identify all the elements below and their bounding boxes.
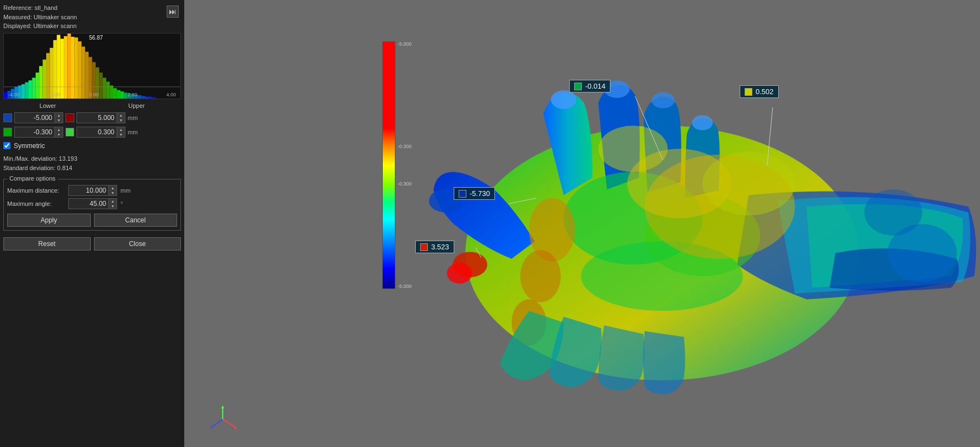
range1-left-input-group[interactable]: ▲ ▼ (14, 112, 63, 123)
reference-label: Reference: stl_hand (3, 3, 181, 13)
range1-left-up[interactable]: ▲ (55, 113, 63, 118)
svg-point-57 (520, 250, 561, 302)
max-angle-unit: ° (120, 200, 134, 207)
svg-point-55 (702, 152, 795, 216)
range2-right-down[interactable]: ▼ (117, 132, 125, 137)
symmetric-label: Symmetric (14, 142, 45, 150)
axis-indicator (206, 403, 239, 436)
apply-button[interactable]: Apply (7, 214, 91, 227)
range2-left-up[interactable]: ▲ (55, 127, 63, 132)
reset-button[interactable]: Reset (3, 237, 91, 250)
max-distance-down[interactable]: ▼ (109, 190, 117, 195)
svg-rect-15 (57, 35, 60, 99)
range1-left-color (3, 113, 12, 122)
max-angle-label: Maximum angle: (7, 200, 65, 207)
ann3-color (459, 190, 466, 198)
range1-left-down[interactable]: ▼ (55, 118, 63, 123)
range1-left-input[interactable] (15, 113, 54, 123)
min-max-stat: Min./Max. deviation: 13.193 (3, 154, 181, 164)
svg-rect-18 (68, 34, 71, 99)
stats-section: Min./Max. deviation: 13.193 Standard dev… (3, 154, 181, 173)
max-distance-unit: mm (120, 187, 134, 194)
close-button[interactable]: Close (94, 237, 181, 250)
range2-left-spinner[interactable]: ▲ ▼ (54, 127, 63, 137)
ann1-value: -0.014 (585, 82, 605, 90)
range1-right-input[interactable] (77, 113, 117, 123)
max-angle-input-group[interactable]: ▲ ▼ (68, 198, 117, 209)
std-dev-stat: Standard deviation: 0.814 (3, 163, 181, 173)
skip-button[interactable]: ⏭ (167, 6, 179, 18)
upper-label: Upper (128, 102, 145, 109)
range1-right-spinner[interactable]: ▲ ▼ (117, 113, 125, 123)
svg-rect-16 (60, 39, 64, 99)
annotation-box-4: 3.523 (415, 241, 454, 253)
range2-right-input-group[interactable]: ▲ ▼ (76, 127, 125, 138)
range2-unit: mm (128, 129, 141, 135)
max-distance-up[interactable]: ▲ (109, 186, 117, 190)
hist-axis-labels: -4.00 -2.00 0.00 2.00 4.00 (4, 92, 180, 97)
svg-rect-17 (64, 36, 67, 98)
max-distance-spinner[interactable]: ▲ ▼ (108, 186, 117, 195)
max-angle-input[interactable] (69, 199, 108, 209)
max-angle-down[interactable]: ▼ (109, 204, 117, 209)
histogram-svg (4, 34, 180, 99)
left-panel: Reference: stl_hand Measured: Ultimaker … (0, 0, 184, 447)
range1-right-input-group[interactable]: ▲ ▼ (76, 112, 125, 123)
apply-cancel-row: Apply Cancel (7, 214, 177, 227)
max-distance-label: Maximum distance: (7, 187, 65, 194)
svg-rect-19 (71, 36, 74, 98)
annotation-box-3: -5.730 (454, 187, 495, 200)
range2-right-color (65, 128, 74, 137)
range2-left-input[interactable] (15, 127, 54, 137)
range1-right-color (65, 113, 74, 122)
svg-marker-71 (221, 406, 224, 408)
ann4-color (420, 243, 428, 251)
ann4-value: 3.523 (431, 243, 449, 251)
range2-right-up[interactable]: ▲ (117, 127, 125, 132)
annotation-box-2: 0.502 (740, 85, 779, 98)
max-angle-up[interactable]: ▲ (109, 199, 117, 204)
axis-svg (206, 403, 239, 436)
svg-point-60 (447, 263, 472, 284)
displayed-label: Displayed: Ultimaker scann (3, 21, 181, 31)
ann3-value: -5.730 (470, 189, 490, 198)
measured-label: Measured: Ultimaker scann (3, 13, 181, 22)
svg-rect-21 (78, 41, 81, 99)
ann1-color (574, 83, 582, 90)
max-distance-input[interactable] (69, 186, 108, 195)
range1-right-down[interactable]: ▼ (117, 118, 125, 123)
range1-unit: mm (128, 115, 141, 121)
svg-point-47 (652, 92, 675, 108)
hist-peak-label: 56.87 (89, 35, 103, 41)
histogram-area: 56.87 (3, 33, 181, 99)
ann2-color (745, 88, 752, 96)
reset-close-row: Reset Close (3, 237, 181, 250)
svg-point-48 (692, 115, 713, 130)
range2-left-down[interactable]: ▼ (55, 132, 63, 137)
range2-left-color (3, 128, 12, 137)
range2-right-input[interactable] (77, 127, 117, 137)
annotation-box-1: -0.014 (569, 80, 610, 92)
range1-left-spinner[interactable]: ▲ ▼ (54, 113, 63, 123)
range-row-2: ▲ ▼ ▲ ▼ mm (3, 127, 181, 138)
compare-options-group: Compare options Maximum distance: ▲ ▼ mm… (3, 179, 181, 231)
ann2-value: 0.502 (756, 88, 774, 96)
range-row-1: ▲ ▼ ▲ ▼ mm (3, 112, 181, 123)
svg-point-45 (551, 90, 576, 109)
range1-right-up[interactable]: ▲ (117, 113, 125, 118)
max-distance-input-group[interactable]: ▲ ▼ (68, 185, 117, 196)
main-3d-view[interactable]: -5.000 -0.300 -0.300 -5.000 (184, 0, 980, 447)
range2-right-spinner[interactable]: ▲ ▼ (117, 127, 125, 137)
max-angle-spinner[interactable]: ▲ ▼ (108, 199, 117, 209)
hand-3d-svg (228, 33, 980, 438)
compare-options-title: Compare options (7, 175, 58, 182)
svg-point-63 (865, 189, 922, 236)
info-header: Reference: stl_hand Measured: Ultimaker … (3, 3, 181, 31)
cancel-button[interactable]: Cancel (94, 214, 178, 227)
svg-rect-20 (74, 37, 78, 99)
range2-left-input-group[interactable]: ▲ ▼ (14, 127, 63, 138)
symmetric-checkbox[interactable] (3, 142, 10, 149)
svg-point-54 (598, 126, 668, 172)
lower-label: Lower (40, 102, 56, 109)
svg-rect-22 (81, 46, 85, 98)
